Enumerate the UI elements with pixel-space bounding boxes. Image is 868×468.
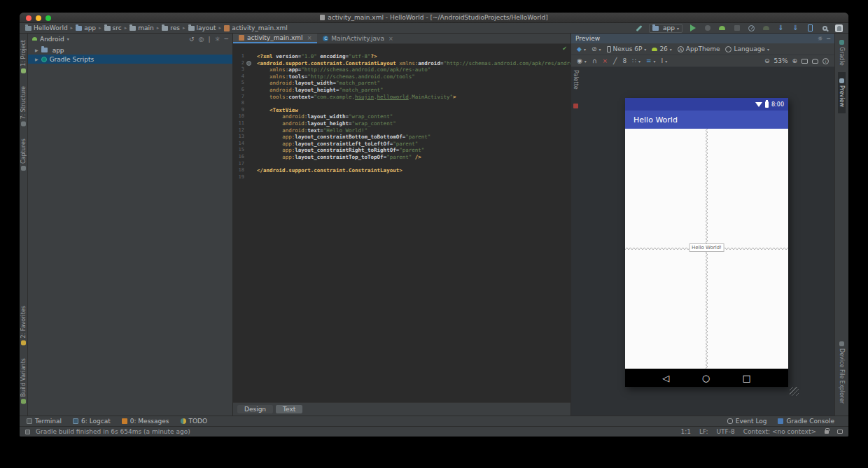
clear-constraints-button[interactable]: × bbox=[602, 57, 608, 64]
build-icon[interactable] bbox=[634, 24, 643, 33]
zoom-in-button[interactable]: ⊕ bbox=[792, 57, 797, 64]
toolwindow-button-terminal[interactable]: Terminal bbox=[27, 418, 62, 425]
orientation-selector[interactable]: ⊘ ▾ bbox=[592, 45, 601, 52]
profiler-button[interactable] bbox=[747, 24, 756, 33]
settings-icon[interactable]: ☼ bbox=[818, 36, 822, 42]
toolwindow-button-6-logcat[interactable]: 6: Logcat bbox=[73, 418, 111, 425]
line-separator[interactable]: LF: bbox=[699, 428, 708, 435]
breadcrumb: HelloWorld▸app▸src▸main▸res▸layout▸activ… bbox=[25, 24, 288, 31]
guideline-selector[interactable]: I ▾ bbox=[661, 57, 667, 64]
class-file-icon: C bbox=[323, 36, 328, 41]
zoom-out-button[interactable]: ⊖ bbox=[764, 57, 770, 64]
code-line: 18</android.support.constraint.Constrain… bbox=[233, 167, 570, 174]
tool-stripe-button-2-favorites[interactable]: 2: Favorites bbox=[20, 299, 27, 351]
chevron-right-icon[interactable]: ▶ bbox=[35, 48, 38, 52]
search-everywhere-button[interactable] bbox=[820, 24, 830, 33]
pack-selector[interactable]: ∷ ▾ bbox=[632, 57, 640, 64]
align-selector[interactable]: ≡ ▾ bbox=[646, 57, 656, 64]
settings-icon[interactable]: ☼ bbox=[215, 36, 220, 43]
debug-button[interactable] bbox=[703, 24, 712, 33]
line-number: 17 bbox=[233, 161, 248, 168]
sync-project-button[interactable]: ⇓ bbox=[776, 24, 785, 33]
attach-debugger-button[interactable] bbox=[762, 24, 771, 33]
tool-stripe-button-1-project[interactable]: 1: Project bbox=[20, 34, 27, 80]
breadcrumb-item[interactable]: app bbox=[76, 24, 96, 31]
preview-header: Preview ☼ ─ bbox=[571, 34, 834, 43]
info-icon[interactable]: i bbox=[822, 58, 829, 64]
close-button[interactable] bbox=[26, 15, 31, 21]
toolwindow-button-gradle-console[interactable]: Gradle Console bbox=[778, 418, 834, 425]
context-indicator[interactable]: Context: <no context> bbox=[743, 428, 816, 435]
tool-stripe-button-captures[interactable]: Captures bbox=[20, 132, 27, 177]
sdk-manager-button[interactable]: ⇓ bbox=[791, 24, 800, 33]
caret-position[interactable]: 1:1 bbox=[681, 428, 691, 435]
editor-mode-bar: DesignText bbox=[233, 402, 570, 416]
design-surface-selector[interactable]: ◆ ▾ bbox=[577, 45, 586, 52]
tree-item-gradle-scripts[interactable]: ▶Gradle Scripts bbox=[28, 55, 232, 64]
project-view-selector[interactable]: Android bbox=[40, 36, 64, 43]
run-config-selector[interactable]: app ▾ bbox=[649, 24, 682, 33]
tool-stripe-button-7-structure[interactable]: 7: Structure bbox=[20, 80, 27, 133]
window-title-text: activity_main.xml - HelloWorld - [~/Andr… bbox=[328, 14, 547, 21]
breadcrumb-label: activity_main.xml bbox=[232, 24, 288, 31]
hide-icon[interactable]: ─ bbox=[827, 36, 830, 42]
line-number: 4 bbox=[233, 73, 248, 80]
textview-hello-world[interactable]: Hello World! bbox=[689, 243, 724, 252]
stop-button[interactable] bbox=[732, 24, 741, 33]
autoconnect-toggle[interactable]: ∩ bbox=[592, 57, 597, 64]
minimize-button[interactable] bbox=[36, 15, 41, 21]
file-encoding[interactable]: UTF-8 bbox=[717, 428, 735, 435]
code-editor[interactable]: 1<?xml version="1.0" encoding="utf-8"?>2… bbox=[233, 44, 570, 402]
hide-icon[interactable]: ─ bbox=[225, 36, 228, 43]
layout-preview-gutter-icon[interactable] bbox=[246, 61, 251, 66]
breadcrumb-item[interactable]: HelloWorld bbox=[25, 24, 68, 31]
show-constraints-toggle[interactable]: ◉ ▾ bbox=[577, 57, 587, 64]
toolwindow-button-0-messages[interactable]: 0: Messages bbox=[122, 418, 169, 425]
close-icon[interactable]: × bbox=[307, 35, 312, 41]
theme-selector[interactable]: A AppTheme bbox=[678, 45, 720, 52]
default-margin-selector[interactable]: 8 bbox=[622, 57, 626, 64]
zoom-button[interactable] bbox=[46, 15, 51, 21]
run-button[interactable] bbox=[688, 24, 697, 33]
language-selector[interactable]: Language ▾ bbox=[725, 45, 769, 52]
editor-mode-tab-text[interactable]: Text bbox=[276, 405, 302, 413]
project-tree: ▶app▶Gradle Scripts bbox=[28, 45, 232, 64]
editor-tab-activity-main-xml[interactable]: activity_main.xml× bbox=[233, 34, 317, 43]
user-avatar[interactable] bbox=[835, 24, 843, 32]
canvas-resize-handle[interactable] bbox=[790, 387, 799, 396]
preview-canvas[interactable]: Palette 8:00 Hello World bbox=[571, 67, 834, 416]
apply-changes-button[interactable] bbox=[718, 24, 727, 33]
indicator-icon[interactable] bbox=[837, 430, 843, 434]
zoom-to-fit-button[interactable] bbox=[802, 59, 808, 64]
toolwindow-toggle-icon[interactable] bbox=[25, 430, 30, 434]
api-selector[interactable]: 26 ▾ bbox=[652, 45, 671, 52]
breadcrumb-item[interactable]: main bbox=[130, 24, 154, 31]
chevron-right-icon[interactable]: ▶ bbox=[35, 57, 38, 62]
device-selector[interactable]: Nexus 6P ▾ bbox=[607, 45, 647, 52]
editor-tab-mainactivity-java[interactable]: CMainActivity.java× bbox=[317, 34, 398, 43]
close-icon[interactable]: × bbox=[388, 36, 393, 42]
breadcrumb-item[interactable]: src bbox=[104, 24, 122, 31]
avd-manager-button[interactable] bbox=[806, 24, 815, 33]
tool-stripe-button-preview[interactable]: Preview bbox=[838, 72, 846, 113]
editor-mode-tab-design[interactable]: Design bbox=[237, 405, 273, 413]
breadcrumb-item[interactable]: activity_main.xml bbox=[224, 24, 288, 31]
breadcrumb-item[interactable]: layout bbox=[188, 24, 216, 31]
toolwindow-button-todo[interactable]: TODO bbox=[181, 418, 208, 425]
lock-icon[interactable] bbox=[825, 430, 829, 434]
pan-button[interactable] bbox=[812, 59, 818, 64]
gradle-console-icon bbox=[778, 418, 783, 424]
line-number: 18 bbox=[233, 167, 248, 174]
project-header-icons: ↺ ◎ | ☼ ─ bbox=[189, 36, 228, 43]
palette-label[interactable]: Palette bbox=[573, 70, 579, 90]
tool-stripe-button-device-file-explorer[interactable]: Device File Explorer bbox=[838, 335, 846, 410]
toolwindow-button-event-log[interactable]: Event Log bbox=[727, 418, 767, 425]
tree-item-app[interactable]: ▶app bbox=[28, 45, 232, 55]
infer-constraints-button[interactable]: ╱ bbox=[613, 57, 617, 64]
locate-icon[interactable]: ◎ bbox=[199, 36, 204, 43]
sync-icon[interactable]: ↺ bbox=[189, 36, 195, 43]
inspection-status-icon[interactable]: ✔ bbox=[562, 45, 567, 52]
tool-stripe-button-gradle[interactable]: Gradle bbox=[838, 34, 846, 72]
breadcrumb-item[interactable]: res bbox=[162, 24, 180, 31]
tool-stripe-button-build-variants[interactable]: Build Variants bbox=[20, 352, 27, 410]
